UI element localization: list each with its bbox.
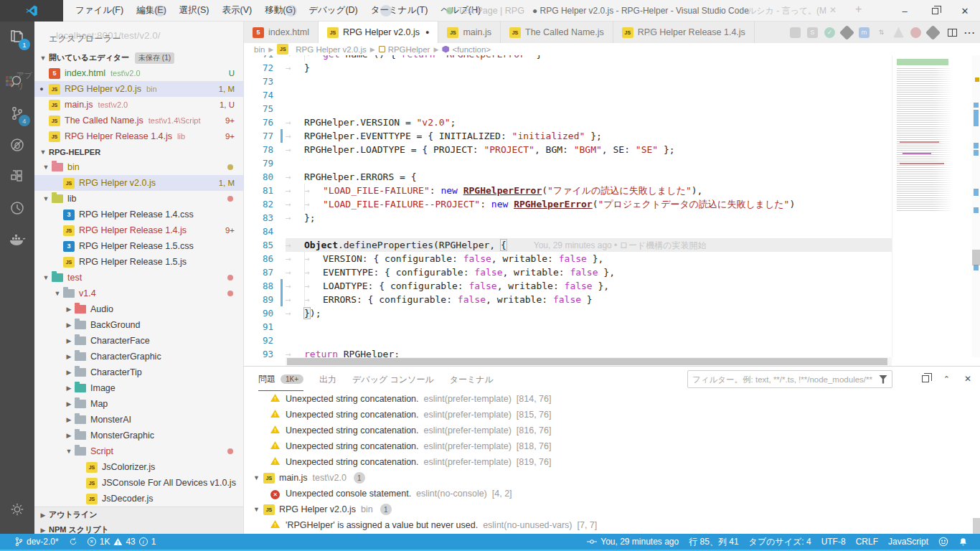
breadcrumb-item[interactable]: RPGHelper [379, 45, 430, 54]
menu-v[interactable]: 表示(V) [215, 0, 258, 21]
code-line-79[interactable]: 79 [244, 156, 892, 170]
code-line-78[interactable]: 78→RPGHelper.LOADTYPE = { PROJECT: "PROJ… [244, 143, 892, 156]
tree-item-rpg-helper-release-1-4-js[interactable]: JSRPG Helper Release 1.4.js9+ [34, 222, 243, 238]
minimize-button[interactable]: – [890, 0, 920, 22]
code-line-74[interactable]: 74 [244, 88, 892, 102]
notifications-bell[interactable] [953, 537, 973, 547]
sidebar-item-explorer[interactable]: 1 [0, 22, 34, 53]
open-editor-item[interactable]: JSRPG Helper Release 1.4.jslib9+ [34, 128, 243, 144]
tab-index-html[interactable]: 5index.html [244, 22, 319, 43]
tree-item-jscolorizer-js[interactable]: JSJsColorizer.js [34, 459, 243, 475]
tree-item-characterface[interactable]: ▶CharacterFace [34, 333, 243, 349]
code-line-88[interactable]: 88→→LOADTYPE: { configurable: false, wri… [244, 279, 892, 293]
code-line-85[interactable]: 85→Object.defineProperties(RPGHelper, {Y… [244, 238, 892, 252]
tree-item-script[interactable]: ▼Script [34, 443, 243, 459]
problem-row[interactable]: !Unexpected string concatenation.eslint(… [244, 454, 980, 470]
code-line-86[interactable]: 86→→VERSION: { configurable: false, writ… [244, 252, 892, 265]
git-branch-status[interactable]: dev-2.0* [10, 534, 64, 550]
settings-gear[interactable] [0, 494, 34, 525]
problem-group-row[interactable]: ▼JSmain.jstest\v2.01 [244, 470, 980, 486]
tree-item-image[interactable]: ▶Image [34, 380, 243, 396]
code-editor[interactable]: 71→→get name () { return "RPGHelperError… [244, 55, 980, 366]
code-line-82[interactable]: 82→→"LOAD_FILE-FAILURE--PROJECT": new RP… [244, 197, 892, 211]
code-line-90[interactable]: 90→}); [244, 306, 892, 320]
problem-group-row[interactable]: ▼JSRPG Helper v2.0.jsbin1 [244, 501, 980, 517]
menu-e[interactable]: 編集(E) [130, 0, 173, 21]
problem-row[interactable]: ✕Unexpected console statement.eslint(no-… [244, 486, 980, 501]
horizontal-scrollbar[interactable] [286, 357, 892, 366]
close-button[interactable]: ✕ [950, 0, 980, 22]
breadcrumb-item[interactable]: bin [254, 45, 265, 54]
language-mode[interactable]: JavaScript [883, 537, 933, 547]
problem-row[interactable]: !Unexpected string concatenation.eslint(… [244, 438, 980, 454]
problems-filter[interactable] [687, 370, 892, 388]
tree-item-bin[interactable]: ▼bin [34, 159, 243, 175]
breadcrumb-item[interactable]: <function> [442, 45, 491, 54]
section-npm[interactable]: ▶NPM スクリプト [34, 522, 243, 534]
code-line-89[interactable]: 89→→ERRORS: { configurable: false, writa… [244, 293, 892, 306]
open-editors-header[interactable]: ▼ 開いているエディター 未保存 (1) [34, 50, 243, 65]
panel-scrollbar-thumb[interactable] [973, 518, 980, 534]
panel-tab-other[interactable]: ターミナル [450, 367, 494, 391]
tree-item-lib[interactable]: ▼lib [34, 191, 243, 207]
close-panel-icon[interactable]: ✕ [964, 374, 971, 384]
tree-item-rpg-helper-release-1-5-css[interactable]: 3RPG Helper Release 1.5.css [34, 238, 243, 254]
open-editor-item[interactable]: JSmain.jstest\v2.01, U [34, 97, 243, 113]
sidebar-item-debug[interactable] [0, 129, 34, 161]
indentation-status[interactable]: タブのサイズ: 4 [744, 536, 816, 548]
tab-rpg-helper-v2-0-js[interactable]: JSRPG Helper v2.0.js● [319, 22, 438, 43]
tree-item-audio[interactable]: ▶Audio [34, 301, 243, 317]
eol-status[interactable]: CRLF [851, 537, 883, 547]
panel-tab-problems[interactable]: 問題1K+ [258, 367, 303, 391]
code-line-71[interactable]: 71→→get name () { return "RPGHelperError… [244, 55, 892, 61]
filter-input[interactable] [692, 375, 879, 384]
sidebar-item-search[interactable] [0, 66, 34, 98]
restore-button[interactable] [920, 0, 950, 22]
code-line-75[interactable]: 75 [244, 102, 892, 116]
code-line-81[interactable]: 81→→"LOAD_FILE-FAILURE": new RPGHelperEr… [244, 184, 892, 197]
menu-t[interactable]: ターミナル(T) [364, 0, 435, 21]
tree-item-rpg-helper-release-1-5-js[interactable]: JSRPG Helper Release 1.5.js [34, 254, 243, 270]
tab-the-called-name-js[interactable]: JSThe Called Name.js [501, 22, 613, 43]
menu-d[interactable]: デバッグ(D) [302, 0, 364, 21]
tree-item-rpg-helper-v2-0-js[interactable]: JSRPG Helper v2.0.js1, M [34, 175, 243, 191]
problem-row[interactable]: !'RPGHelper' is assigned a value but nev… [244, 517, 980, 533]
tree-item-monstergraphic[interactable]: ▶MonsterGraphic [34, 428, 243, 443]
restore-panel-icon[interactable] [922, 375, 929, 382]
tree-item-charactertip[interactable]: ▶CharacterTip [34, 364, 243, 380]
sidebar-item-docker[interactable] [0, 224, 34, 255]
open-editor-item[interactable]: ●JSRPG Helper v2.0.jsbin1, M [34, 81, 243, 97]
tree-item-rpg-helper-release-1-4-css[interactable]: 3RPG Helper Release 1.4.css [34, 207, 243, 222]
maximize-panel-icon[interactable]: ⌃ [943, 375, 950, 384]
problem-row[interactable]: !Unexpected string concatenation.eslint(… [244, 423, 980, 438]
vertical-scrollbar-thumb[interactable] [972, 250, 980, 265]
menu-f[interactable]: ファイル(F) [69, 0, 130, 21]
menu-s[interactable]: 選択(S) [173, 0, 216, 21]
split-editor-icon[interactable] [948, 29, 957, 37]
section-[interactable]: ▶アウトライン [34, 507, 243, 522]
tree-item-jsconsole-for-all-devices-v1-0-js[interactable]: JSJSConsole For All Devices v1.0.js [34, 475, 243, 491]
tree-item-background[interactable]: ▶BackGround [34, 317, 243, 333]
minimap[interactable] [892, 55, 972, 357]
code-line-83[interactable]: 83→}; [244, 211, 892, 225]
code-line-84[interactable]: 84 [244, 225, 892, 238]
code-line-72[interactable]: 72→} [244, 61, 892, 75]
tab-rpg-helper-release-1-4-js[interactable]: JSRPG Helper Release 1.4.js [613, 22, 755, 43]
more-actions-icon[interactable]: ··· [964, 27, 976, 38]
open-editor-item[interactable]: 5index.htmltest\v2.0U [34, 65, 243, 81]
code-line-80[interactable]: 80→RPGHelper.ERRORS = { [244, 170, 892, 184]
tree-item-test[interactable]: ▼test [34, 270, 243, 286]
sidebar-item-source-control[interactable]: 4 [0, 98, 34, 129]
encoding-status[interactable]: UTF-8 [816, 537, 851, 547]
code-line-76[interactable]: 76→RPGHelper.VERSION = "v2.0"; [244, 116, 892, 129]
problem-row[interactable]: !Unexpected string concatenation.eslint(… [244, 407, 980, 423]
panel-tab-other[interactable]: 出力 [319, 367, 336, 391]
sidebar-item-extensions[interactable] [0, 161, 34, 192]
code-line-73[interactable]: 73 [244, 75, 892, 88]
tree-item-map[interactable]: ▶Map [34, 396, 243, 412]
code-line-91[interactable]: 91 [244, 320, 892, 334]
breadcrumb-item[interactable]: JSRPG Helper v2.0.js [277, 44, 366, 55]
feedback-smiley[interactable] [933, 537, 953, 547]
sidebar-item-time-tracker[interactable] [0, 192, 34, 224]
code-line-77[interactable]: 77→RPGHelper.EVENTTYPE = { INITIALIZED: … [244, 129, 892, 143]
